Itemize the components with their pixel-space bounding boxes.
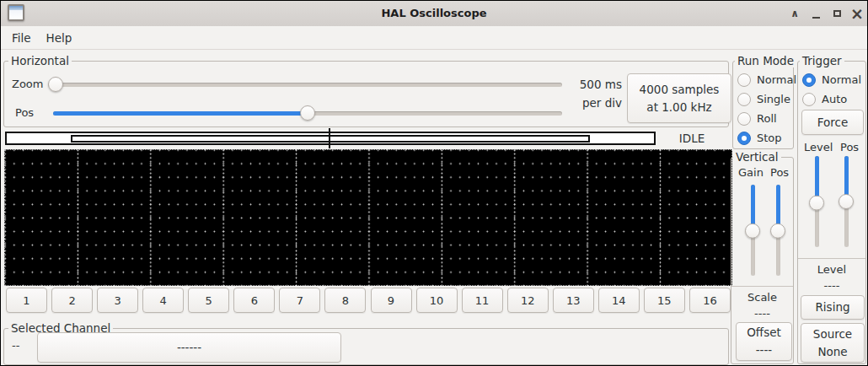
rising-button[interactable]: Rising [801,295,865,320]
channel-button-2[interactable]: 2 [51,288,93,313]
rising-button-label: Rising [815,299,849,316]
close-icon: × [850,6,864,22]
runmode-option-single[interactable]: Single [737,92,790,106]
runmode-option-roll[interactable]: Roll [737,111,777,126]
channel-button-row: 1 2 3 4 5 6 7 8 9 10 11 12 13 14 15 16 [6,288,731,313]
trigger-pos-slider[interactable] [839,156,854,247]
channel-button-10[interactable]: 10 [416,288,458,313]
channel-button-9[interactable]: 9 [371,288,412,313]
selected-channel-value: -- [12,339,19,352]
channel-button-13[interactable]: 13 [553,288,594,313]
horizontal-frame: Horizontal Zoom Pos 500 ms per div 4000 … [3,61,729,127]
trigger-level-thumb[interactable] [809,196,824,211]
minimize-icon [812,17,820,19]
vertical-frame: Vertical Gain Pos Scale ---- Offset ---- [731,157,794,364]
runmode-label-single: Single [757,93,790,105]
shade-button[interactable]: ∧ [785,1,805,26]
offset-button-line1: Offset [747,324,781,342]
runmode-option-normal[interactable]: Normal [737,73,796,87]
selected-channel-frame: Selected Channel -- ------ [3,328,729,365]
trigger-radio-auto[interactable] [802,93,816,106]
channel-button-14[interactable]: 14 [598,288,640,313]
trigger-level-slider[interactable] [809,156,824,247]
pos-slider-fill [53,111,308,116]
level-readout-label: Level [798,263,865,276]
vertical-frame-label: Vertical [733,150,781,164]
zoom-slider[interactable] [48,77,562,92]
trigger-separator [798,258,865,259]
time-per-div: 500 ms per div [510,75,622,112]
runmode-radio-normal[interactable] [737,73,751,87]
menu-item-help[interactable]: Help [46,31,72,45]
runmode-label-stop: Stop [757,132,782,144]
record-status: IDLE [658,131,726,146]
vertical-separator [731,286,793,287]
run-mode-frame: Run Mode Normal Single Roll Stop [732,61,794,149]
close-button[interactable]: × [847,1,867,26]
channel-name-button[interactable]: ------ [37,332,341,363]
trigger-label-normal: Normal [822,73,861,86]
level-readout-value: ---- [798,279,865,292]
zoom-slider-track[interactable] [48,83,562,87]
force-button-label: Force [817,114,849,132]
vpos-slider-thumb[interactable] [770,223,785,239]
trigger-radio-normal[interactable] [802,73,816,87]
horizontal-pos-label: Pos [15,106,34,119]
gain-column-label: Gain [738,166,764,179]
trigger-pos-column-label: Pos [840,141,859,153]
trigger-level-column-label: Level [804,141,833,153]
channel-button-16[interactable]: 16 [689,288,731,313]
channel-button-3[interactable]: 3 [97,288,138,313]
channel-button-12[interactable]: 12 [507,288,549,313]
scope-display-area[interactable] [4,149,732,286]
channel-button-6[interactable]: 6 [233,288,275,313]
trigger-option-normal[interactable]: Normal [802,73,861,87]
zoom-slider-thumb[interactable] [48,77,63,92]
channel-name-label: ------ [177,339,201,357]
vertical-gain-slider[interactable] [745,185,760,276]
trigger-frame: Trigger Normal Auto Force Level Pos Leve… [797,61,866,364]
menubar: File Help [1,26,867,50]
vertical-pos-slider[interactable] [770,185,785,276]
vertical-pos-column-label: Pos [770,166,789,179]
channel-button-7[interactable]: 7 [279,288,320,313]
channel-button-1[interactable]: 1 [6,288,47,313]
runmode-radio-single[interactable] [737,93,751,106]
channel-button-5[interactable]: 5 [188,288,229,313]
time-per-div-line2: per div [510,94,622,112]
time-per-div-line1: 500 ms [510,75,622,94]
trigger-pos-thumb[interactable] [839,194,854,209]
menu-item-file[interactable]: File [12,31,31,45]
window-title: HAL Oscilloscope [1,1,867,26]
offset-button[interactable]: Offset ---- [736,322,792,361]
samples-button[interactable]: 4000 samples at 1.00 kHz [627,73,731,123]
scale-value: ---- [731,307,793,320]
runmode-radio-stop[interactable] [737,132,751,145]
minimize-button[interactable] [806,1,826,26]
channel-button-8[interactable]: 8 [324,288,366,313]
source-button[interactable]: Source None [801,323,865,363]
pos-slider-thumb[interactable] [300,105,315,121]
window-titlebar: HAL Oscilloscope ∧ × [1,1,867,27]
maximize-button[interactable] [827,1,847,26]
run-mode-frame-label: Run Mode [735,54,796,67]
trigger-position-marker [329,128,330,148]
runmode-label-roll: Roll [757,112,777,125]
channel-button-15[interactable]: 15 [644,288,685,313]
zoom-label: Zoom [12,78,43,90]
source-button-line1: Source [813,326,852,343]
horizontal-pos-slider[interactable] [53,105,562,121]
scale-label: Scale [731,291,793,304]
runmode-option-stop[interactable]: Stop [737,131,782,145]
channel-button-11[interactable]: 11 [462,288,503,313]
source-button-line2: None [817,343,847,361]
trigger-frame-label: Trigger [800,54,844,67]
samples-line2: at 1.00 kHz [646,99,711,116]
gain-slider-thumb[interactable] [745,223,760,239]
channel-button-4[interactable]: 4 [142,288,184,313]
force-button[interactable]: Force [801,110,864,135]
runmode-radio-roll[interactable] [737,112,751,126]
trigger-option-auto[interactable]: Auto [802,92,847,106]
maximize-icon [833,10,841,17]
trigger-label-auto: Auto [822,93,847,105]
